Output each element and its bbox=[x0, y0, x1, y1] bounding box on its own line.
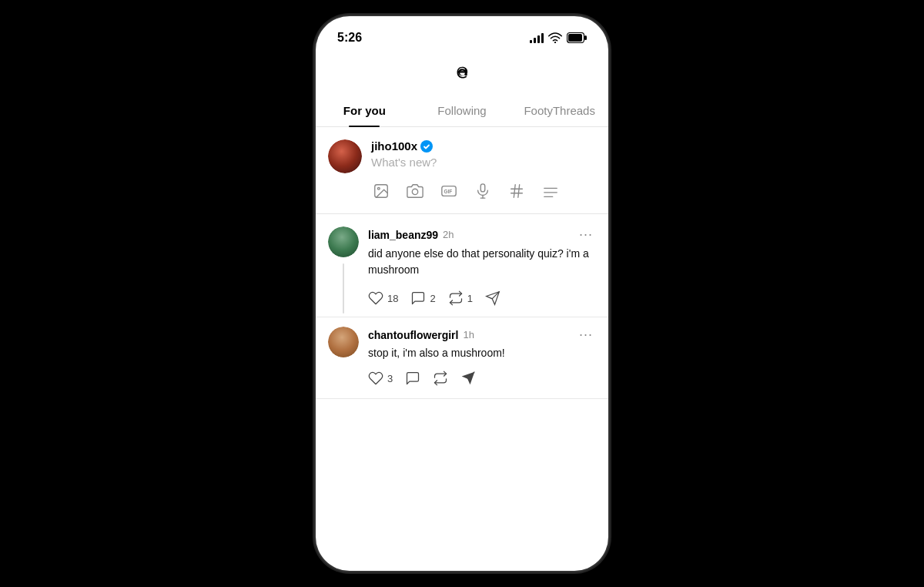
new-thread-section: jiho100x What's new? GIF bbox=[316, 127, 608, 214]
tab-for-you[interactable]: For you bbox=[316, 96, 413, 126]
post-text: did anyone else do that personality quiz… bbox=[368, 246, 596, 278]
reply-share-button[interactable] bbox=[460, 371, 476, 386]
reply-comment-button[interactable] bbox=[405, 371, 420, 386]
post-username: liam_beanz99 bbox=[368, 229, 438, 241]
more-options-icon[interactable] bbox=[541, 181, 561, 201]
gif-icon[interactable]: GIF bbox=[439, 181, 459, 201]
tab-following[interactable]: Following bbox=[413, 96, 511, 126]
wifi-icon bbox=[548, 32, 562, 43]
reply-time: 1h bbox=[463, 329, 474, 340]
svg-line-15 bbox=[514, 185, 515, 198]
comment-count: 2 bbox=[430, 293, 435, 304]
svg-rect-2 bbox=[584, 35, 587, 40]
repost-button[interactable]: 1 bbox=[448, 290, 473, 306]
avatar-jiho bbox=[328, 139, 362, 173]
tab-footy-threads[interactable]: FootyThreads bbox=[511, 96, 608, 126]
hashtag-icon[interactable] bbox=[507, 181, 527, 201]
avatar-liam bbox=[328, 226, 359, 257]
svg-point-7 bbox=[412, 189, 417, 194]
avatar-chantu bbox=[328, 327, 359, 357]
reply-username: chantouflowergirl bbox=[368, 329, 458, 341]
reply-reactions: 3 bbox=[368, 367, 596, 386]
svg-marker-23 bbox=[462, 372, 475, 385]
camera-icon[interactable] bbox=[405, 181, 425, 201]
new-thread-content: jiho100x What's new? GIF bbox=[371, 139, 596, 207]
status-icons bbox=[530, 32, 587, 43]
svg-rect-10 bbox=[480, 184, 485, 192]
svg-rect-3 bbox=[568, 34, 582, 42]
post-time: 2h bbox=[443, 229, 454, 240]
post-more-button[interactable]: ··· bbox=[576, 226, 596, 243]
repost-count: 1 bbox=[467, 293, 473, 304]
post-right-col: liam_beanz99 2h ··· did anyone else do t… bbox=[368, 226, 596, 314]
reply-content: chantouflowergirl 1h ··· stop it, i'm al… bbox=[368, 327, 596, 386]
thread-action-bar: GIF bbox=[371, 178, 596, 207]
post-user-info: liam_beanz99 2h bbox=[368, 229, 454, 241]
reply-repost-button[interactable] bbox=[433, 371, 448, 386]
reply-section: chantouflowergirl 1h ··· stop it, i'm al… bbox=[316, 317, 608, 399]
tabs-bar: For you Following FootyThreads bbox=[316, 96, 608, 127]
reply-text: stop it, i'm also a mushroom! bbox=[368, 345, 596, 361]
svg-point-0 bbox=[554, 42, 556, 43]
new-thread-user-row: jiho100x bbox=[371, 139, 596, 153]
battery-icon bbox=[567, 32, 587, 43]
phone-frame: 5:26 bbox=[316, 16, 608, 571]
reply-like-count: 3 bbox=[387, 373, 393, 384]
share-button[interactable] bbox=[485, 290, 500, 306]
new-thread-username: jiho100x bbox=[371, 139, 417, 153]
status-bar: 5:26 bbox=[316, 16, 608, 50]
threads-logo[interactable] bbox=[446, 56, 478, 89]
reply-header: chantouflowergirl 1h ··· bbox=[368, 327, 596, 343]
comment-button[interactable]: 2 bbox=[410, 290, 435, 306]
post-left-col bbox=[328, 226, 359, 314]
verified-badge bbox=[420, 140, 433, 153]
reply-like-button[interactable]: 3 bbox=[368, 371, 393, 386]
post-reactions: 18 2 1 bbox=[368, 286, 596, 314]
svg-point-6 bbox=[377, 187, 380, 190]
like-button[interactable]: 18 bbox=[368, 290, 398, 306]
thread-line bbox=[343, 263, 344, 314]
like-count: 18 bbox=[387, 293, 398, 304]
mic-icon[interactable] bbox=[473, 181, 493, 201]
image-icon[interactable] bbox=[371, 181, 391, 201]
post-item: liam_beanz99 2h ··· did anyone else do t… bbox=[316, 214, 608, 317]
svg-text:GIF: GIF bbox=[444, 189, 453, 194]
status-time: 5:26 bbox=[337, 31, 362, 45]
svg-point-4 bbox=[420, 140, 433, 153]
new-thread-placeholder-text[interactable]: What's new? bbox=[371, 156, 596, 169]
signal-icon bbox=[530, 32, 544, 43]
post-header: liam_beanz99 2h ··· bbox=[368, 226, 596, 243]
svg-line-16 bbox=[518, 185, 520, 198]
reply-user-info: chantouflowergirl 1h bbox=[368, 329, 474, 341]
reply-more-button[interactable]: ··· bbox=[576, 327, 596, 343]
app-header bbox=[316, 50, 608, 96]
